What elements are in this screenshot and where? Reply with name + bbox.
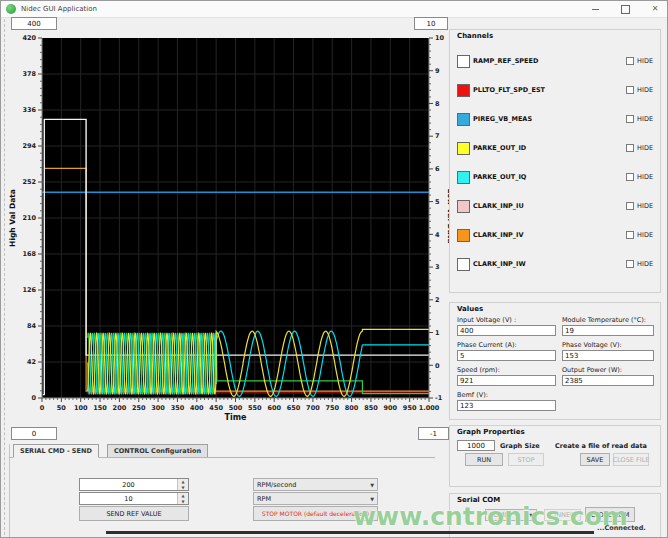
svg-text:1: 1	[435, 329, 440, 337]
graph-properties-title: Graph Properties	[457, 428, 525, 436]
accel-spinner[interactable]: 10 ▲▼	[79, 492, 189, 505]
value-field-input[interactable]	[562, 375, 654, 386]
graph-size-label: Graph Size	[500, 442, 540, 450]
high-axis-max-input[interactable]	[11, 17, 57, 30]
rpm-select[interactable]: RPM▼	[253, 492, 378, 505]
svg-text:550: 550	[248, 404, 262, 412]
value-field-input[interactable]	[562, 350, 654, 361]
svg-text:900: 900	[384, 404, 398, 412]
run-button[interactable]: RUN	[465, 453, 503, 466]
hide-checkbox[interactable]	[626, 144, 634, 152]
create-file-text: Create a file of read data	[555, 442, 647, 450]
channel-name: CLARK_INP_IU	[473, 202, 524, 210]
channel-color-swatch	[457, 258, 470, 271]
svg-text:378: 378	[22, 70, 36, 78]
hide-checkbox[interactable]	[626, 86, 634, 94]
spinner-down-icon[interactable]: ▼	[178, 499, 188, 505]
svg-text:9: 9	[435, 67, 440, 75]
close-button[interactable]: ✕	[647, 3, 663, 15]
svg-text:450: 450	[209, 404, 223, 412]
hide-label: HIDE	[637, 173, 653, 181]
channel-color-swatch	[457, 113, 470, 126]
app-window: Nidec GUI Application ✕ 4203783362942522…	[0, 0, 668, 538]
stop-button[interactable]: STOP	[508, 453, 544, 466]
svg-text:336: 336	[22, 106, 36, 114]
serial-com-title: Serial COM	[457, 496, 500, 504]
channel-color-swatch	[457, 200, 470, 213]
svg-text:84: 84	[27, 322, 37, 330]
svg-text:200: 200	[113, 404, 127, 412]
hide-checkbox[interactable]	[626, 231, 634, 239]
minimize-button[interactable]	[587, 3, 603, 15]
value-field-input[interactable]	[457, 400, 556, 411]
com-port-value: COM8	[489, 511, 508, 519]
send-ref-value-button[interactable]: SEND REF VALUE	[79, 506, 189, 521]
svg-text:150: 150	[93, 404, 107, 412]
channels-title: Channels	[457, 32, 493, 40]
value-field-input[interactable]	[562, 325, 654, 336]
rpm-per-second-select[interactable]: RPM/second▼	[253, 478, 378, 491]
svg-text:126: 126	[22, 286, 36, 294]
high-axis-min-input[interactable]	[11, 427, 57, 440]
svg-text:-1: -1	[435, 394, 443, 402]
tab-serial-cmd-send[interactable]: SERIAL CMD - SEND	[13, 444, 99, 458]
svg-text:168: 168	[22, 250, 36, 258]
close-file-button[interactable]: CLOSE FILE	[613, 453, 649, 466]
bottom-scrollbar[interactable]	[106, 531, 594, 534]
com-port-select[interactable]: COM8▼	[485, 509, 537, 521]
svg-text:10: 10	[435, 34, 445, 42]
maximize-button[interactable]	[617, 3, 633, 15]
channel-name: PLLTO_FLT_SPD_EST	[473, 86, 545, 94]
svg-text:0: 0	[31, 394, 36, 402]
value-field-label: Phase Current (A):	[457, 341, 517, 349]
svg-text:5: 5	[435, 198, 440, 206]
connect-button[interactable]: CONNECT	[544, 509, 581, 521]
svg-text:7: 7	[435, 132, 440, 140]
svg-text:950: 950	[403, 404, 417, 412]
svg-text:8: 8	[435, 100, 440, 108]
chevron-down-icon: ▼	[529, 512, 533, 518]
hide-checkbox[interactable]	[626, 202, 634, 210]
svg-text:252: 252	[22, 178, 36, 186]
value-field-label: Module Temperature (°C):	[562, 316, 646, 324]
hide-label: HIDE	[637, 86, 653, 94]
svg-text:100: 100	[74, 404, 88, 412]
graph-size-input[interactable]	[457, 440, 495, 451]
value-field-label: Phase Voltage (V):	[562, 341, 622, 349]
svg-text:350: 350	[171, 404, 185, 412]
svg-text:250: 250	[132, 404, 146, 412]
oscilloscope-chart: 4203783362942522101681268442010987654321…	[1, 1, 457, 447]
chevron-down-icon: ▼	[370, 496, 374, 502]
hide-label: HIDE	[637, 202, 653, 210]
save-button[interactable]: SAVE	[580, 453, 610, 466]
ref-value: 200	[80, 481, 177, 489]
hide-checkbox[interactable]	[626, 57, 634, 65]
stop-motor-button[interactable]: STOP MOTOR (default deceleration)	[253, 506, 378, 521]
svg-text:50: 50	[57, 404, 67, 412]
hide-label: HIDE	[637, 231, 653, 239]
svg-text:850: 850	[364, 404, 378, 412]
hide-checkbox[interactable]	[626, 115, 634, 123]
close-com-button[interactable]: CLOSE COM	[585, 507, 635, 522]
hide-checkbox[interactable]	[626, 260, 634, 268]
tab-control-configuration[interactable]: CONTROL Configuration	[107, 444, 208, 458]
values-panel: Values Input Voltage (V) :Module Tempera…	[449, 302, 661, 420]
channel-row: PARKE_OUT_IDHIDE	[457, 141, 653, 155]
value-field-input[interactable]	[457, 325, 556, 336]
values-title: Values	[457, 305, 483, 313]
svg-text:210: 210	[22, 214, 36, 222]
channel-row: CLARK_INP_IUHIDE	[457, 199, 653, 213]
spinner-down-icon[interactable]: ▼	[178, 485, 188, 491]
svg-text:4: 4	[435, 231, 440, 239]
value-field-input[interactable]	[457, 375, 556, 386]
rpm-per-second-value: RPM/second	[257, 481, 296, 489]
channel-row: PARKE_OUT_IQHIDE	[457, 170, 653, 184]
value-field-input[interactable]	[457, 350, 556, 361]
svg-text:Time: Time	[225, 413, 248, 422]
hide-checkbox[interactable]	[626, 173, 634, 181]
svg-text:500: 500	[229, 404, 243, 412]
ref-value-spinner[interactable]: 200 ▲▼	[79, 478, 189, 491]
svg-text:650: 650	[287, 404, 301, 412]
low-axis-max-input[interactable]	[414, 17, 448, 30]
low-axis-min-input[interactable]	[418, 427, 449, 440]
